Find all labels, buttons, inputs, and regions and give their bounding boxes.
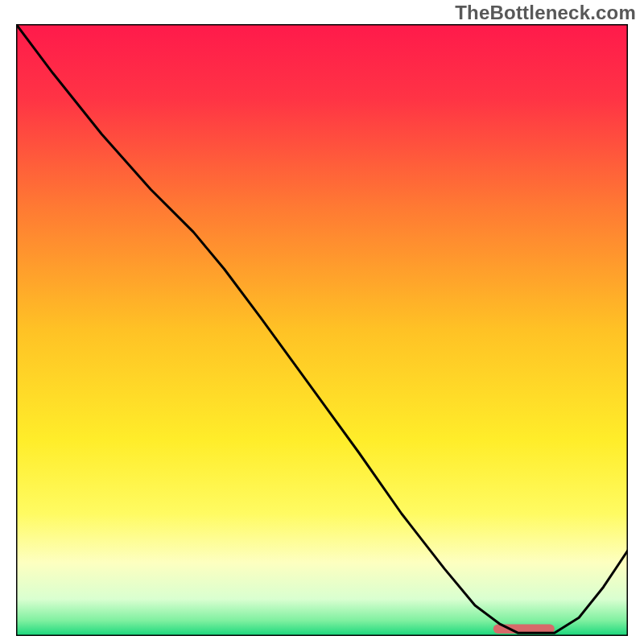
chart-plot [16, 24, 628, 636]
chart-background [16, 24, 628, 636]
chart-svg [16, 24, 628, 636]
chart-stage: TheBottleneck.com [0, 0, 644, 644]
watermark-label: TheBottleneck.com [455, 2, 636, 24]
